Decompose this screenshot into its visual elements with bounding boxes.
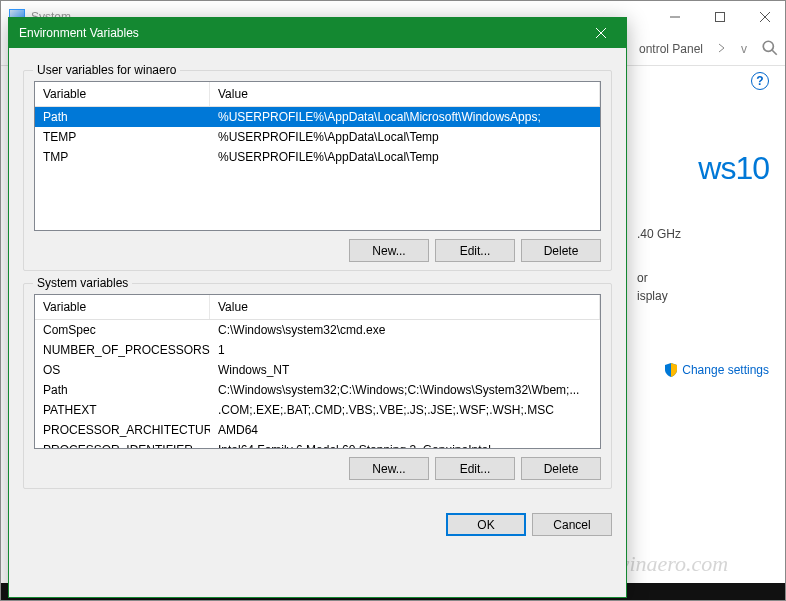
cell-value: C:\Windows\system32\cmd.exe	[210, 322, 600, 338]
cell-variable: TEMP	[35, 129, 210, 145]
spec-ghz: .40 GHz	[627, 227, 769, 241]
win10-text-b: 10	[735, 150, 769, 186]
list-header: Variable Value	[35, 295, 600, 320]
win10-text-a: ws	[698, 150, 735, 186]
table-row[interactable]: ComSpecC:\Windows\system32\cmd.exe	[35, 320, 600, 340]
cell-value: %USERPROFILE%\AppData\Local\Microsoft\Wi…	[210, 109, 600, 125]
spec-display: isplay	[627, 289, 769, 303]
ok-button[interactable]: OK	[446, 513, 526, 536]
cell-value: %USERPROFILE%\AppData\Local\Temp	[210, 129, 600, 145]
cell-value: Intel64 Family 6 Model 60 Stepping 3, Ge…	[210, 442, 600, 448]
table-row[interactable]: TMP%USERPROFILE%\AppData\Local\Temp	[35, 147, 600, 167]
minimize-button[interactable]	[652, 2, 697, 32]
system-new-button[interactable]: New...	[349, 457, 429, 480]
cancel-button[interactable]: Cancel	[532, 513, 612, 536]
col-header-value[interactable]: Value	[210, 82, 600, 106]
cell-variable: TMP	[35, 149, 210, 165]
shield-icon	[664, 363, 678, 377]
svg-point-1	[763, 41, 773, 51]
system-delete-button[interactable]: Delete	[521, 457, 601, 480]
col-header-value[interactable]: Value	[210, 295, 600, 319]
windows-10-logo-text: ws10	[627, 150, 769, 187]
spec-processor: or	[627, 271, 769, 285]
search-icon[interactable]	[761, 39, 779, 60]
change-settings-label: Change settings	[682, 363, 769, 377]
dialog-titlebar: Environment Variables	[9, 18, 626, 48]
cell-value: AMD64	[210, 422, 600, 438]
refresh-dropdown-icon[interactable]: v	[741, 42, 747, 56]
cell-value: .COM;.EXE;.BAT;.CMD;.VBS;.VBE;.JS;.JSE;.…	[210, 402, 600, 418]
breadcrumb-tail: ontrol Panel	[639, 42, 703, 56]
cell-variable: PROCESSOR_ARCHITECTURE	[35, 422, 210, 438]
table-row[interactable]: PathC:\Windows\system32;C:\Windows;C:\Wi…	[35, 380, 600, 400]
svg-rect-0	[715, 13, 724, 22]
table-row[interactable]: PATHEXT.COM;.EXE;.BAT;.CMD;.VBS;.VBE;.JS…	[35, 400, 600, 420]
dialog-title: Environment Variables	[19, 26, 139, 40]
table-row[interactable]: Path%USERPROFILE%\AppData\Local\Microsof…	[35, 107, 600, 127]
table-row[interactable]: PROCESSOR_ARCHITECTUREAMD64	[35, 420, 600, 440]
table-row[interactable]: PROCESSOR_IDENTIFIERIntel64 Family 6 Mod…	[35, 440, 600, 448]
cell-variable: PATHEXT	[35, 402, 210, 418]
system-edit-button[interactable]: Edit...	[435, 457, 515, 480]
system-vars-list[interactable]: Variable Value ComSpecC:\Windows\system3…	[34, 294, 601, 449]
user-vars-list[interactable]: Variable Value Path%USERPROFILE%\AppData…	[34, 81, 601, 231]
col-header-variable[interactable]: Variable	[35, 295, 210, 319]
dialog-close-button[interactable]	[580, 20, 622, 46]
list-header: Variable Value	[35, 82, 600, 107]
bg-body: ? ws10 .40 GHz or isplay Change settings	[627, 66, 786, 566]
system-vars-group: System variables Variable Value ComSpecC…	[23, 283, 612, 489]
help-icon[interactable]: ?	[751, 72, 769, 90]
cell-variable: PROCESSOR_IDENTIFIER	[35, 442, 210, 448]
cell-value: %USERPROFILE%\AppData\Local\Temp	[210, 149, 600, 165]
system-vars-label: System variables	[33, 276, 132, 290]
cell-value: C:\Windows\system32;C:\Windows;C:\Window…	[210, 382, 600, 398]
env-vars-dialog: Environment Variables User variables for…	[8, 17, 627, 598]
close-button[interactable]	[742, 2, 786, 32]
user-new-button[interactable]: New...	[349, 239, 429, 262]
cell-variable: Path	[35, 109, 210, 125]
breadcrumb-chevron-icon	[717, 42, 727, 56]
change-settings-link[interactable]: Change settings	[627, 363, 769, 377]
user-delete-button[interactable]: Delete	[521, 239, 601, 262]
cell-value: Windows_NT	[210, 362, 600, 378]
cell-value: 1	[210, 342, 600, 358]
user-edit-button[interactable]: Edit...	[435, 239, 515, 262]
table-row[interactable]: NUMBER_OF_PROCESSORS1	[35, 340, 600, 360]
table-row[interactable]: TEMP%USERPROFILE%\AppData\Local\Temp	[35, 127, 600, 147]
cell-variable: NUMBER_OF_PROCESSORS	[35, 342, 210, 358]
user-vars-label: User variables for winaero	[33, 63, 180, 77]
cell-variable: OS	[35, 362, 210, 378]
cell-variable: ComSpec	[35, 322, 210, 338]
col-header-variable[interactable]: Variable	[35, 82, 210, 106]
table-row[interactable]: OSWindows_NT	[35, 360, 600, 380]
window-controls	[652, 2, 786, 32]
cell-variable: Path	[35, 382, 210, 398]
maximize-button[interactable]	[697, 2, 742, 32]
user-vars-group: User variables for winaero Variable Valu…	[23, 70, 612, 271]
